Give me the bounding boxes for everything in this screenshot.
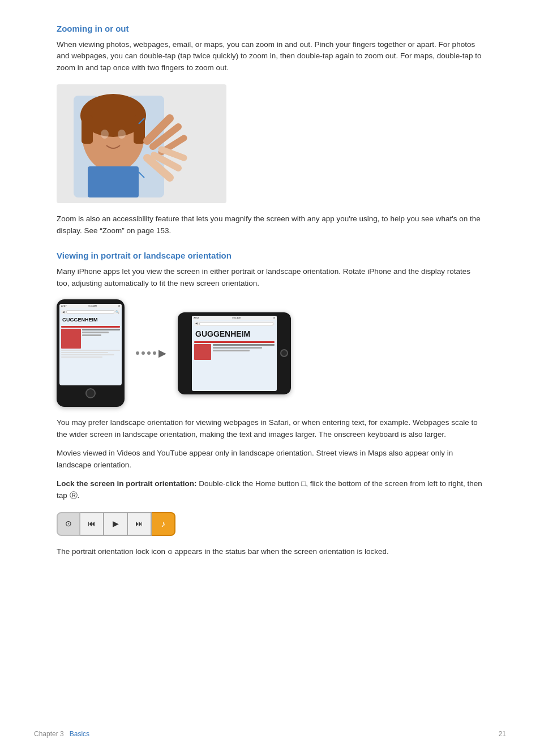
lock-note: The portrait orientation lock icon ⊙ app… — [57, 546, 483, 558]
page: Zooming in or out When viewing photos, w… — [0, 0, 540, 756]
zoom-gesture-image — [57, 84, 483, 203]
zoom-gesture-svg — [57, 84, 226, 203]
orientation-title: Viewing in portrait or landscape orienta… — [57, 250, 483, 263]
lock-label: Lock the screen in portrait orientation: — [57, 479, 197, 488]
media-lock-btn: ⊙ — [57, 512, 80, 536]
next-icon: ⏭ — [135, 518, 143, 530]
svg-point-7 — [118, 130, 126, 139]
landscape-screen-content: ◀ GUGGENHEIM — [192, 320, 277, 362]
portrait-phone: AT&T9:41 AM⊟ ◀ 🔍 GUGGENHEIM — [57, 299, 125, 407]
footer-chapter-section: Chapter 3 Basics — [34, 729, 89, 739]
footer-page-number: 21 — [499, 729, 506, 739]
landscape-status-bar: AT&T9:41 AM⊟ — [192, 316, 277, 320]
prev-icon: ⏮ — [88, 518, 96, 530]
portrait-screen: AT&T9:41 AM⊟ ◀ 🔍 GUGGENHEIM — [59, 304, 122, 385]
portrait-home-button — [85, 388, 96, 398]
svg-rect-8 — [88, 166, 139, 197]
landscape-phone: AT&T9:41 AM⊟ ◀ GUGGENHEIM — [178, 312, 291, 394]
landscape-screen: AT&T9:41 AM⊟ ◀ GUGGENHEIM — [192, 316, 277, 391]
portrait-status-bar: AT&T9:41 AM⊟ — [59, 304, 122, 308]
lock-description: Lock the screen in portrait orientation:… — [57, 478, 483, 502]
orientation-lock-icon: ⊙ — [168, 548, 173, 555]
zooming-body2: Zoom is also an accessibility feature th… — [57, 213, 483, 237]
media-prev-btn: ⏮ — [80, 512, 104, 536]
orientation-image: AT&T9:41 AM⊟ ◀ 🔍 GUGGENHEIM — [57, 299, 483, 407]
play-icon: ▶ — [113, 518, 119, 530]
portrait-screen-content: ◀ 🔍 GUGGENHEIM — [59, 308, 122, 360]
lock-icon: ⊙ — [65, 518, 72, 530]
footer-section-name: Basics — [70, 729, 89, 739]
music-icon: ♪ — [161, 517, 165, 531]
media-controls-bar: ⊙ ⏮ ▶ ⏭ ♪ — [57, 512, 181, 536]
footer-chapter-label: Chapter 3 — [34, 729, 64, 739]
orientation-body3: Movies viewed in Videos and YouTube appe… — [57, 448, 483, 471]
media-controls-image: ⊙ ⏮ ▶ ⏭ ♪ — [57, 512, 483, 536]
media-play-btn: ▶ — [104, 512, 128, 536]
landscape-home-button — [280, 349, 288, 357]
media-next-btn: ⏭ — [128, 512, 152, 536]
svg-rect-4 — [82, 115, 93, 144]
media-music-btn: ♪ — [152, 512, 175, 536]
orientation-arrow: ▶ — [136, 348, 166, 358]
svg-point-6 — [101, 130, 109, 139]
orientation-body1: Many iPhone apps let you view the screen… — [57, 266, 483, 290]
page-footer: Chapter 3 Basics 21 — [0, 729, 540, 739]
zooming-title: Zooming in or out — [57, 23, 483, 36]
zooming-body1: When viewing photos, webpages, email, or… — [57, 39, 483, 75]
orientation-body2: You may prefer landscape orientation for… — [57, 417, 483, 441]
